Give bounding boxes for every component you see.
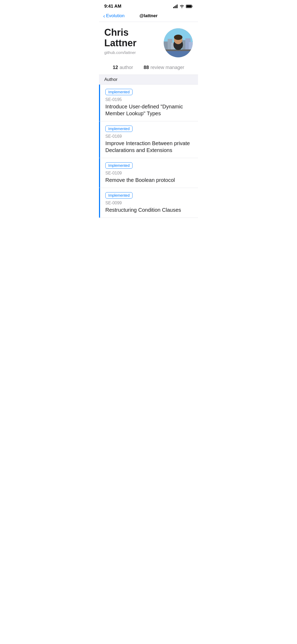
profile-info: ChrisLattner github.com/lattner [104,27,159,55]
nav-title: @lattner [139,13,158,19]
signal-icon [173,4,178,8]
status-badge: Implemented [105,89,133,95]
avatar-image [164,28,193,57]
status-badge: Implemented [105,126,133,132]
avatar [164,28,193,57]
proposal-id: SE-0195 [105,97,193,102]
section-header-text: Author [104,77,117,82]
svg-point-18 [174,35,182,40]
proposal-id: SE-0169 [105,134,193,139]
status-badge: Implemented [105,192,133,199]
status-bar: 9:41 AM [99,0,198,11]
proposal-id: SE-0109 [105,171,193,176]
profile-avatar-wrap [164,28,193,57]
profile-github: github.com/lattner [104,50,159,55]
table-row[interactable]: Implemented SE-0099 Restructuring Condit… [99,188,198,218]
svg-rect-0 [173,7,174,8]
profile-section: ChrisLattner github.com/lattner [99,22,198,62]
author-stat[interactable]: 12 author [113,65,133,70]
svg-rect-1 [175,6,175,8]
profile-name: ChrisLattner [104,27,159,48]
review-label: review manager [150,65,184,70]
nav-bar: ‹ Evolution @lattner [99,11,198,22]
wifi-icon [180,4,184,8]
author-count: 12 [113,65,118,70]
status-badge: Implemented [105,162,133,169]
back-label: Evolution [106,13,125,19]
review-count: 88 [144,65,149,70]
proposal-id: SE-0099 [105,201,193,205]
back-button[interactable]: ‹ Evolution [103,13,125,19]
proposal-title: Restructuring Condition Clauses [105,206,193,213]
author-label: author [120,65,133,70]
svg-rect-2 [176,5,176,8]
status-icons [173,4,193,8]
back-chevron-icon: ‹ [103,13,105,19]
proposal-list: Implemented SE-0195 Introduce User-defin… [99,85,198,218]
proposal-title: Remove the Boolean protocol [105,177,193,183]
table-row[interactable]: Implemented SE-0109 Remove the Boolean p… [99,158,198,188]
stats-row: 12 author 88 review manager [99,62,198,75]
proposal-title: Introduce User-defined "Dynamic Member L… [105,103,193,117]
section-header: Author [99,75,198,85]
status-time: 9:41 AM [104,4,121,9]
svg-rect-15 [164,51,193,57]
svg-rect-3 [177,4,178,8]
review-stat[interactable]: 88 review manager [144,65,184,70]
battery-icon [186,4,193,8]
proposal-title: Improve Interaction Between private Decl… [105,140,193,154]
svg-rect-5 [186,5,191,8]
table-row[interactable]: Implemented SE-0169 Improve Interaction … [99,121,198,158]
table-row[interactable]: Implemented SE-0195 Introduce User-defin… [99,85,198,121]
